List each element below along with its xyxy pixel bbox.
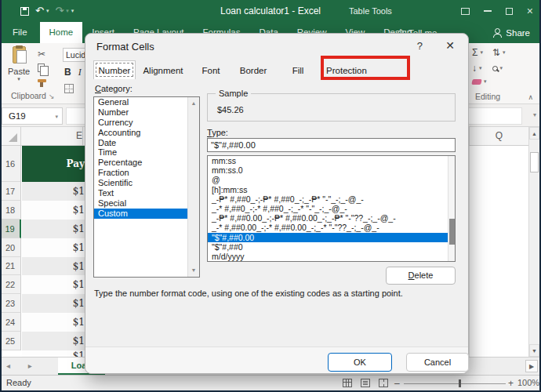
fill-dropdown-icon[interactable]: ▾ xyxy=(479,65,482,71)
dialog-tab-font[interactable]: Font xyxy=(191,62,231,79)
row-header-25[interactable]: 25 xyxy=(0,332,21,350)
fill-icon[interactable]: ↓ xyxy=(472,63,477,74)
table-header-cell[interactable]: Pay xyxy=(22,146,85,182)
format-code-item[interactable]: "$"#,##0 xyxy=(208,242,455,252)
empty-cells-region[interactable] xyxy=(469,146,528,357)
row-header-21[interactable]: 21 xyxy=(0,257,21,275)
category-item-general[interactable]: General xyxy=(94,97,199,107)
format-code-item[interactable]: @ xyxy=(208,175,455,184)
sort-dropdown-icon[interactable]: ▾ xyxy=(503,49,506,56)
format-code-item[interactable]: _-₱* #,##0_-;-₱* #,##0_-;_-₱* "-"_-;_-@_… xyxy=(208,194,455,204)
category-item-currency[interactable]: Currency xyxy=(94,118,199,128)
delete-button[interactable]: Delete xyxy=(386,267,456,285)
category-scrollbar[interactable]: ▲ ▼ xyxy=(187,97,199,277)
category-item-date[interactable]: Date xyxy=(94,138,199,148)
dialog-tab-alignment[interactable]: Alignment xyxy=(137,62,189,79)
category-item-number[interactable]: Number xyxy=(94,107,199,118)
italic-button[interactable]: I xyxy=(78,67,82,78)
category-item-time[interactable]: Time xyxy=(94,147,199,158)
collapse-ribbon-icon[interactable]: ∧ xyxy=(528,93,533,101)
normal-view-icon[interactable] xyxy=(343,379,352,387)
cancel-button[interactable]: Cancel xyxy=(406,353,469,372)
name-box-dropdown-icon[interactable]: ▾ xyxy=(55,114,58,120)
row-header-20[interactable]: 20 xyxy=(0,238,21,257)
ribbon-display-options-icon[interactable] xyxy=(461,8,470,15)
table-cell[interactable]: $1 xyxy=(22,201,85,220)
category-scroll-up-icon[interactable]: ▲ xyxy=(188,98,199,109)
vertical-scrollbar[interactable]: ▲ ▼ xyxy=(528,127,539,357)
zoom-in-icon[interactable]: + xyxy=(508,378,514,389)
format-code-item[interactable]: _-* #,##0_-;-* #,##0_-;_-* "-"_-;_-@_- xyxy=(208,204,455,213)
page-break-view-icon[interactable] xyxy=(379,379,388,387)
zoom-slider-thumb[interactable] xyxy=(459,379,461,387)
ok-button[interactable]: OK xyxy=(328,353,392,372)
row-header-17[interactable]: 17 xyxy=(0,182,21,201)
dialog-tab-number[interactable]: Number xyxy=(93,60,136,79)
find-dropdown-icon[interactable]: ▾ xyxy=(500,65,503,71)
scroll-up-icon[interactable]: ▲ xyxy=(529,127,539,140)
sort-filter-icon[interactable]: ⇅ xyxy=(492,47,500,58)
type-input[interactable] xyxy=(207,138,456,152)
format-code-item[interactable]: m/d/yyyy xyxy=(208,252,455,261)
format-painter-icon[interactable] xyxy=(38,79,46,82)
category-item-fraction[interactable]: Fraction xyxy=(94,168,199,178)
close-window-icon[interactable]: × xyxy=(527,0,533,22)
paste-dropdown-icon[interactable]: ▾ xyxy=(17,76,20,82)
vertical-scrollbar-thumb[interactable] xyxy=(530,152,539,172)
scroll-down-icon[interactable]: ▼ xyxy=(529,344,539,357)
row-header-22[interactable]: 22 xyxy=(0,275,21,294)
category-item-text[interactable]: Text xyxy=(94,188,199,198)
category-item-special[interactable]: Special xyxy=(94,198,199,209)
page-layout-view-icon[interactable] xyxy=(361,379,370,387)
zoom-level[interactable]: 100% xyxy=(517,378,539,387)
table-cell[interactable]: $1 xyxy=(22,313,85,332)
table-cell[interactable]: $1 xyxy=(22,220,85,238)
row-header-16[interactable]: 16 xyxy=(0,146,21,182)
row-header-24[interactable]: 24 xyxy=(0,313,21,332)
table-cell[interactable]: $1 xyxy=(22,332,85,350)
cut-icon[interactable]: ✂ xyxy=(38,49,46,59)
row-header-23[interactable]: 23 xyxy=(0,294,21,313)
category-item-percentage[interactable]: Percentage xyxy=(94,158,199,168)
row-header-19[interactable]: 19 xyxy=(0,220,21,238)
format-code-item[interactable]: "$"#,##0.00 xyxy=(208,233,455,242)
table-cell-partial[interactable]: $1 xyxy=(22,350,85,357)
paste-button[interactable]: Paste ▾ xyxy=(4,46,34,96)
ribbon-tab-home[interactable]: Home xyxy=(40,22,83,43)
format-code-item[interactable]: mm:ss xyxy=(208,156,455,165)
clear-dropdown-icon[interactable]: ▾ xyxy=(484,78,487,85)
dialog-help-icon[interactable]: ? xyxy=(417,40,423,52)
format-code-item[interactable]: mm:ss.0 xyxy=(208,165,455,175)
maximize-icon[interactable] xyxy=(506,8,513,15)
find-select-icon[interactable] xyxy=(492,66,498,71)
clear-icon[interactable] xyxy=(471,79,481,85)
minimize-icon[interactable] xyxy=(484,10,492,12)
dialog-tab-border[interactable]: Border xyxy=(233,62,274,79)
sheet-nav-arrows[interactable]: ◂ ▸ xyxy=(6,361,40,370)
autosum-icon[interactable]: Σ xyxy=(472,47,477,58)
ribbon-tab-file[interactable]: File xyxy=(0,22,40,43)
format-scrollbar-thumb[interactable] xyxy=(449,219,455,244)
borders-icon[interactable] xyxy=(64,84,74,93)
category-item-scientific[interactable]: Scientific xyxy=(94,178,199,188)
category-listbox[interactable]: GeneralNumberCurrencyAccountingDateTimeP… xyxy=(93,96,200,278)
format-list-scrollbar[interactable] xyxy=(448,156,455,261)
table-cell[interactable]: $1 xyxy=(22,275,85,294)
table-cell[interactable]: $1 xyxy=(22,294,85,313)
row-header-18[interactable]: 18 xyxy=(0,201,21,220)
scroll-right-icon[interactable]: ▶ xyxy=(525,360,538,372)
format-code-listbox[interactable]: mm:ssmm:ss.0@[h]:mm:ss_-₱* #,##0_-;-₱* #… xyxy=(207,155,456,262)
category-item-custom[interactable]: Custom xyxy=(94,209,199,219)
clipboard-dialog-launcher-icon[interactable]: ↘ xyxy=(49,93,55,100)
dialog-tab-fill[interactable]: Fill xyxy=(275,62,321,79)
zoom-out-icon[interactable]: – xyxy=(394,378,400,389)
copy-icon[interactable] xyxy=(38,64,45,72)
table-cell[interactable]: $1 xyxy=(22,182,85,201)
expand-formula-bar-icon[interactable]: ▾ xyxy=(533,111,536,118)
name-box[interactable]: G19 ▾ xyxy=(2,107,63,125)
format-code-item[interactable]: [h]:mm:ss xyxy=(208,185,455,194)
share-button[interactable]: Share xyxy=(488,24,535,42)
category-scroll-down-icon[interactable]: ▼ xyxy=(188,265,199,276)
format-code-item[interactable]: _-* #,##0.00_-;-* #,##0.00_-;_-* "-"??_-… xyxy=(208,223,455,232)
autosum-dropdown-icon[interactable]: ▾ xyxy=(480,49,483,56)
